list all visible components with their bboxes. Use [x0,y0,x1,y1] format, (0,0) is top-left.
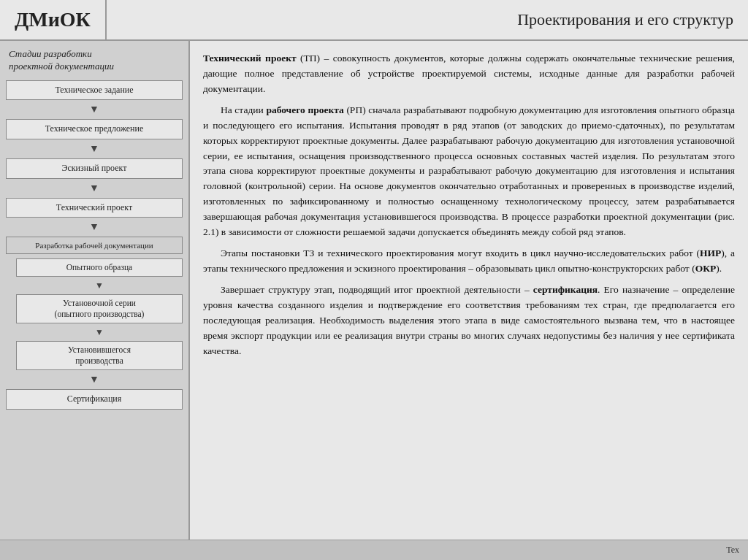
arrow-3: ▼ [6,183,183,193]
arrow-4: ▼ [6,222,183,232]
flow-sub-ustpr: Установившегосяпроизводства [16,341,183,370]
bottom-bar-text: Tex [726,545,739,556]
flow-box-techp: Технический проект [6,198,183,218]
text-content: Технический проект (ТП) – совокупность д… [190,41,748,540]
sub-arrow-2: ▼ [16,328,183,337]
arrow-1: ▼ [6,104,183,115]
arrow-2: ▼ [6,144,183,154]
paragraph-1: Технический проект (ТП) – совокупность д… [203,51,735,97]
header: ДМиОК Проектирования и его структур [0,0,748,41]
sidebar: Стадии разработкипроектной документации … [0,41,190,540]
paragraph-3: Этапы постановки ТЗ и технического проек… [203,246,735,277]
flow-box-tp: Техническое предложение [6,119,183,139]
sidebar-title: Стадии разработкипроектной документации [6,48,183,73]
flow-box-ep: Эскизный проект [6,158,183,179]
flow-box-sert: Сертификация [6,389,183,410]
bottom-bar: Tex [0,540,748,560]
flow-box-tz: Техническое задание [6,80,183,101]
main-content: Стадии разработкипроектной документации … [0,41,748,540]
paragraph-2: На стадии рабочего проекта (РП) сначала … [203,103,735,240]
paragraph-4: Завершает структуру этап, подводящий ито… [203,283,735,359]
header-title: Проектирования и его структур [107,0,748,39]
logo: ДМиОК [0,0,107,39]
flow-section-rwd: Разработка рабочей документации [6,237,183,254]
arrow-5: ▼ [6,375,183,385]
flow-sub-uset: Установочной серии(опытного производства… [16,294,183,323]
sub-arrow-1: ▼ [16,281,183,290]
flow-sub-opyt: Опытного образца [16,258,183,277]
